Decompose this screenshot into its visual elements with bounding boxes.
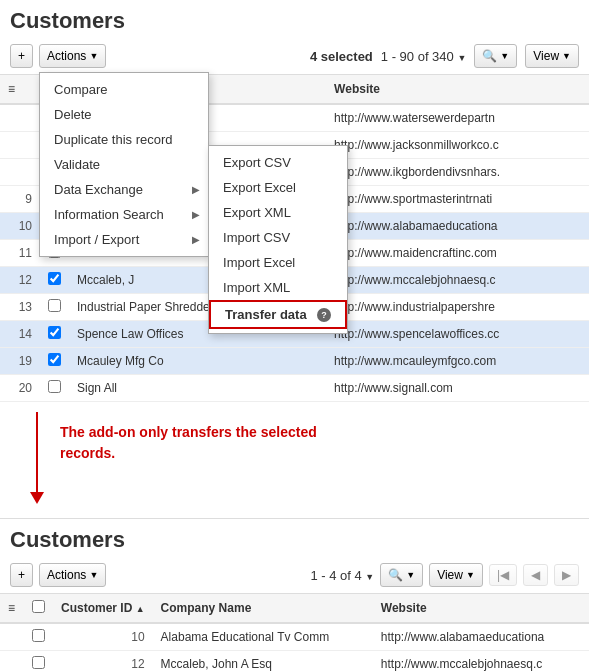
page-info-top: 1 - 90 of 340 ▼ [381,49,467,64]
row-check[interactable] [48,380,61,393]
table-row: 19 Mcauley Mfg Co http://www.mcauleymfgc… [0,348,589,375]
nav-next-button[interactable]: ▶ [554,564,579,586]
row-website: http://www.spencelawoffices.cc [326,321,589,348]
search-button-bottom[interactable]: 🔍 ▼ [380,563,423,587]
row-website: http://www.signall.com [326,375,589,402]
menu-item-validate[interactable]: Validate [40,152,208,177]
col-check-bottom [24,594,53,623]
data-exchange-submenu: Export CSV Export Excel Export XML Impor… [208,145,348,334]
col-customer-id[interactable]: Customer ID ▲ [53,594,153,623]
row-website: http://www.watersewerdepartn [326,104,589,132]
divider-section: The add-on only transfers the selected r… [0,402,589,514]
row-name: Mcauley Mfg Co [69,348,326,375]
actions-menu-top: Compare Delete Duplicate this record Val… [39,72,209,257]
col-website-top: Website [326,75,589,104]
row-check[interactable] [48,326,61,339]
arrow-shaft [36,412,38,492]
row-name: Sign All [69,375,326,402]
search-icon-top: 🔍 [482,49,497,63]
table-row: 10 Alabama Educational Tv Comm http://ww… [0,623,589,651]
arrow-line [30,412,60,504]
row-website: http://www.alabamaeducationa [326,213,589,240]
sub-import-csv[interactable]: Import CSV [209,225,347,250]
menu-item-import-export[interactable]: Import / Export▶ [40,227,208,252]
row-website: http://www.mcauleymfgco.com [326,348,589,375]
sub-export-csv[interactable]: Export CSV [209,150,347,175]
page-title-bottom: Customers [0,519,589,557]
row-website: http://www.industrialpapershre [326,294,589,321]
top-section: Customers + Actions ▼ Compare Delete Dup… [0,0,589,402]
bottom-table-wrap: ≡ Customer ID ▲ Company Name Website 10 … [0,594,589,672]
selected-count: 4 selected [310,49,373,64]
actions-caret-top: ▼ [89,51,98,61]
page-title-top: Customers [0,0,589,38]
table-row: 20 Sign All http://www.signall.com [0,375,589,402]
actions-button-bottom[interactable]: Actions ▼ [39,563,106,587]
row-name: Mccaleb, John A Esq [153,651,373,673]
sub-export-xml[interactable]: Export XML [209,200,347,225]
row-website: http://www.sportmasterintrnati [326,186,589,213]
actions-button-top[interactable]: Actions ▼ [39,44,106,68]
bottom-section: Customers + Actions ▼ 1 - 4 of 4 ▼ 🔍 ▼ V… [0,518,589,672]
select-all-bottom[interactable] [32,600,45,613]
actions-dropdown-bottom: Actions ▼ [39,563,106,587]
page-info-caret: ▼ [457,53,466,63]
sub-export-excel[interactable]: Export Excel [209,175,347,200]
add-button-bottom[interactable]: + [10,563,33,587]
view-button-top[interactable]: View ▼ [525,44,579,68]
row-name: Alabama Educational Tv Comm [153,623,373,651]
col-website-bottom[interactable]: Website [373,594,589,623]
row-check[interactable] [48,272,61,285]
bottom-toolbar: + Actions ▼ 1 - 4 of 4 ▼ 🔍 ▼ View ▼ |◀ ◀… [0,557,589,594]
search-icon-bottom: 🔍 [388,568,403,582]
row-website: http://www.ikgbordendivsnhars. [326,159,589,186]
transfer-note: The add-on only transfers the selected r… [60,412,340,464]
view-button-bottom[interactable]: View ▼ [429,563,483,587]
row-id: 10 [53,623,153,651]
bottom-center: 1 - 4 of 4 ▼ 🔍 ▼ View ▼ |◀ ◀ ▶ [310,563,579,587]
menu-item-duplicate[interactable]: Duplicate this record [40,127,208,152]
menu-item-compare[interactable]: Compare [40,77,208,102]
table-row: 12 Mccaleb, John A Esq http://www.mccale… [0,651,589,673]
nav-first-button[interactable]: |◀ [489,564,517,586]
row-website: http://www.mccalebjohnaesq.c [326,267,589,294]
row-website: http://www.maidencraftinc.com [326,240,589,267]
search-button-top[interactable]: 🔍 ▼ [474,44,517,68]
bottom-table: ≡ Customer ID ▲ Company Name Website 10 … [0,594,589,672]
menu-item-delete[interactable]: Delete [40,102,208,127]
arrow-head [30,492,44,504]
add-button-top[interactable]: + [10,44,33,68]
col-company-name[interactable]: Company Name [153,594,373,623]
sub-import-xml[interactable]: Import XML [209,275,347,300]
help-icon[interactable]: ? [317,308,331,322]
page-info-bottom: 1 - 4 of 4 ▼ [310,568,374,583]
row-check[interactable] [32,629,45,642]
actions-caret-bottom: ▼ [89,570,98,580]
row-check[interactable] [48,299,61,312]
menu-item-data-exchange[interactable]: Data Exchange▶ [40,177,208,202]
row-website: http://www.jacksonmillworkco.c [326,132,589,159]
row-id: 12 [53,651,153,673]
top-toolbar-center: 4 selected 1 - 90 of 340 ▼ 🔍 ▼ View ▼ [310,44,579,68]
row-website: http://www.mccalebjohnaesq.c [373,651,589,673]
menu-item-info-search[interactable]: Information Search▶ [40,202,208,227]
row-check[interactable] [32,656,45,669]
col-menu-bottom: ≡ [0,594,24,623]
top-toolbar: + Actions ▼ Compare Delete Duplicate thi… [0,38,589,75]
sub-transfer-data[interactable]: Transfer data ? [209,300,347,329]
row-check[interactable] [48,353,61,366]
col-menu-top: ≡ [0,75,40,104]
nav-prev-button[interactable]: ◀ [523,564,548,586]
row-website: http://www.alabamaeducationa [373,623,589,651]
actions-dropdown-top: Actions ▼ Compare Delete Duplicate this … [39,44,106,68]
sub-import-excel[interactable]: Import Excel [209,250,347,275]
